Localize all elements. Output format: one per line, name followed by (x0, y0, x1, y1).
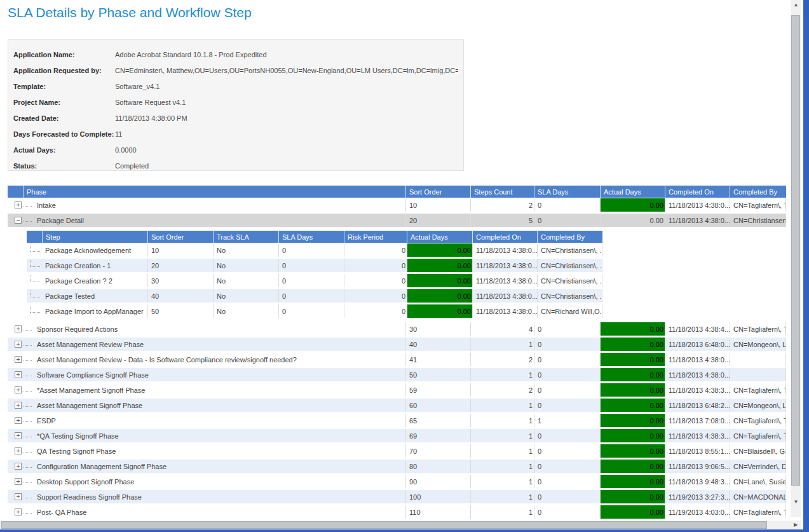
scroll-right-icon[interactable]: ▶ (791, 522, 800, 528)
info-field-value: CN=Edminster\, Matthew,OU=Users,OU=Ports… (115, 67, 458, 74)
horizontal-scrollbar[interactable]: ▶ (0, 521, 801, 529)
expand-icon[interactable]: + (15, 356, 22, 363)
vertical-scrollbar[interactable]: ▲ ▼ (791, 0, 801, 517)
phase-row[interactable]: +Asset Management Review - Data - Is Sof… (8, 352, 786, 367)
completed-by-cell: CN=Christiansen\, ... (537, 243, 602, 257)
expand-icon[interactable]: + (15, 341, 22, 348)
phase-row[interactable]: +Support Readiness Signoff Phase100100.0… (8, 489, 786, 505)
tree-dots-icon (24, 406, 32, 407)
completed-on-cell: 11/18/2013 4:38:3... (665, 383, 730, 397)
phase-cell: QA Testing Signoff Phase (23, 444, 405, 458)
expand-icon[interactable]: + (15, 493, 22, 500)
completed-on-cell: 11/19/2013 4:03:0... (665, 505, 730, 519)
tree-dots-icon (24, 467, 32, 468)
row-expander-cell: + (8, 198, 23, 212)
scroll-down-icon[interactable]: ▼ (791, 500, 801, 505)
sort-order-cell: 50 (147, 304, 213, 318)
sla-days-cell: 0 (534, 429, 600, 442)
expand-icon[interactable]: + (15, 386, 22, 393)
phase-name: *Asset Management Signoff Phase (37, 386, 145, 394)
tree-connector-icon (30, 260, 40, 267)
phase-cell: Intake (23, 198, 405, 212)
sort-order-cell: 90 (405, 475, 470, 488)
expand-icon[interactable]: + (15, 478, 22, 485)
window-border-right (803, 0, 809, 532)
phase-row[interactable]: +QA Testing Signoff Phase70100.0011/18/2… (8, 444, 786, 459)
step-tree-cell (27, 259, 42, 272)
completed-on-cell: 11/18/2013 4:38:0... (472, 243, 537, 257)
row-expander-cell: + (8, 414, 23, 427)
completed-on-cell: 11/18/2013 9:48:3... (665, 475, 730, 488)
sort-order-cell: 69 (405, 429, 470, 442)
actual-days-cell: 0.00 (600, 490, 665, 503)
completed-on-cell: 11/18/2013 4:38:0... (472, 289, 537, 303)
phase-name: Sponsor Required Actions (37, 325, 118, 333)
phase-row[interactable]: +Post- QA Phase110100.0011/19/2013 4:03:… (8, 505, 786, 520)
scroll-up-icon[interactable]: ▲ (791, 3, 801, 8)
step-row[interactable]: Package Creation ? 230No000.0011/18/2013… (27, 273, 602, 289)
column-header-actual-days: Actual Days (407, 231, 472, 243)
phase-name: Configuration Management Signoff Phase (37, 463, 167, 470)
phase-row[interactable]: +Intake10200.0011/18/2013 4:38:0...CN=Ta… (8, 198, 786, 213)
expand-icon[interactable]: + (15, 508, 22, 515)
phase-row[interactable]: +Desktop Support Signoff Phase90100.0011… (8, 474, 786, 489)
phase-name: Asset Management Review Phase (37, 341, 144, 348)
step-row[interactable]: Package Acknowledgement10No000.0011/18/2… (27, 243, 602, 258)
header-spacer-cell (27, 231, 42, 243)
expand-icon[interactable]: + (15, 463, 22, 470)
phase-cell: Configuration Management Signoff Phase (23, 460, 405, 473)
step-row[interactable]: Package Tested40No000.0011/18/2013 4:38:… (27, 289, 602, 304)
tree-dots-icon (24, 498, 32, 498)
completed-by-cell: CN=Christiansen\, ... (537, 274, 602, 287)
tree-dots-icon (24, 376, 32, 376)
vertical-scrollbar-thumb[interactable] (791, 15, 800, 486)
completed-by-cell: CN=Richard Will,O... (537, 304, 602, 318)
phase-row[interactable]: +Software Compliance Signoff Phase50100.… (8, 367, 786, 383)
phase-cell: Asset Management Review Phase (23, 338, 405, 351)
expand-icon[interactable]: + (15, 371, 22, 378)
step-name-cell: Package Import to AppManager (42, 304, 147, 318)
info-field-label: Created Date: (13, 114, 115, 122)
expand-icon[interactable]: + (15, 447, 22, 454)
phase-name: Post- QA Phase (37, 508, 86, 516)
completed-by-cell: CN=Christiansen\, ... (537, 289, 602, 303)
info-field-value: 0.0000 (115, 146, 137, 154)
collapse-icon[interactable]: − (15, 217, 22, 224)
phase-row[interactable]: +Asset Management Signoff Phase60100.001… (8, 398, 786, 413)
expand-icon[interactable]: + (15, 417, 22, 424)
tree-connector-icon (30, 290, 40, 297)
tree-dots-icon (24, 360, 32, 361)
phase-row[interactable]: +Configuration Management Signoff Phase8… (8, 459, 786, 474)
phase-row[interactable]: +*Asset Management Signoff Phase59200.00… (8, 383, 786, 398)
expand-icon[interactable]: + (15, 402, 22, 409)
phase-row[interactable]: −Package Detail20500.0011/18/2013 4:38:0… (8, 213, 786, 228)
phase-name: Software Compliance Signoff Phase (37, 371, 149, 379)
expand-icon[interactable]: + (15, 201, 22, 208)
steps-count-cell: 1 (470, 444, 534, 458)
steps-count-cell: 1 (470, 475, 534, 488)
info-field-label: Application Name: (13, 51, 115, 58)
sla-days-cell: 0 (534, 368, 600, 381)
expand-icon[interactable]: + (15, 432, 22, 439)
phase-name: Intake (37, 201, 56, 209)
info-field-value: Adobe Acrobat Standard 10.1.8 - Prod Exp… (115, 51, 267, 58)
horizontal-scrollbar-thumb[interactable] (1, 521, 767, 529)
step-row[interactable]: Package Creation - 120No000.0011/18/2013… (27, 258, 602, 273)
expand-icon[interactable]: + (15, 325, 22, 332)
info-field-value: Software_v4.1 (115, 83, 160, 90)
phase-row[interactable]: +Asset Management Review Phase40100.0011… (8, 337, 786, 352)
completed-on-cell: 11/18/2013 4:38:0... (472, 304, 537, 318)
sort-order-cell: 80 (405, 460, 470, 473)
actual-days-cell: 0.00 (600, 475, 665, 488)
row-expander-cell: + (8, 399, 23, 412)
risk-period-cell: 0 (344, 289, 407, 303)
phase-row[interactable]: +ESDP65110.0011/18/2013 7:08:0...CN=Tagl… (8, 413, 786, 428)
track-sla-cell: No (213, 289, 278, 303)
completed-by-cell: CN=Tagliaferri\, Ta... (730, 429, 786, 442)
phase-row[interactable]: +*QA Testing Signoff Phase69100.0011/18/… (8, 428, 786, 444)
step-tree-cell (27, 289, 42, 303)
phase-row[interactable]: +Sponsor Required Actions30400.0011/18/2… (8, 322, 786, 337)
tree-connector-icon (30, 245, 40, 252)
info-field-label: Project Name: (13, 99, 115, 106)
step-row[interactable]: Package Import to AppManager50No000.0011… (27, 304, 602, 319)
